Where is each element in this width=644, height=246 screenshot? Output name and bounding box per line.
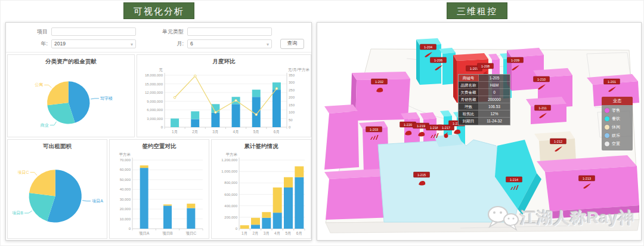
rentable-area-pie-chart: 项目A项目B项目C <box>8 150 107 238</box>
month-label: 月: <box>149 40 184 48</box>
project-input[interactable] <box>51 27 136 36</box>
svg-text:1-220: 1-220 <box>404 123 412 127</box>
svg-text:1-215: 1-215 <box>417 173 426 177</box>
filter-form: 项目 单元类型 年: 2019 ▾ 月: 6 ▾ 查询 <box>6 23 311 53</box>
svg-text:350: 350 <box>289 73 295 77</box>
right-panel-title: 三维租控 <box>447 2 507 19</box>
svg-text:1,000,000: 1,000,000 <box>221 170 237 173</box>
wechat-icon <box>487 204 520 232</box>
signed-vacant-bar-chart: 010,00020,00030,00040,00050,00060,00070,… <box>110 150 209 238</box>
svg-text:3月: 3月 <box>212 130 218 134</box>
legend-color-dot <box>605 142 609 146</box>
tooltip-value: 1-205 <box>479 75 510 82</box>
svg-text:写字楼: 写字楼 <box>100 96 113 101</box>
svg-text:300: 300 <box>289 81 295 84</box>
svg-text:6,000,000: 6,000,000 <box>147 108 163 112</box>
svg-text:400,000: 400,000 <box>224 204 237 208</box>
svg-text:3月: 3月 <box>264 231 270 236</box>
svg-text:1月: 1月 <box>172 130 178 134</box>
signed-vacant-card: 签约空置对比 010,00020,00030,00040,00050,00060… <box>109 139 209 239</box>
svg-text:1-214: 1-214 <box>510 178 518 182</box>
svg-text:项目C: 项目C <box>185 231 196 235</box>
legend-item[interactable]: 休闲 <box>605 124 630 130</box>
tooltip-value: 12% <box>479 110 510 118</box>
svg-text:2月: 2月 <box>192 130 198 134</box>
chart-title: 可出租面积 <box>8 140 107 150</box>
tooltip-row: 到期日11-24-32 <box>459 118 510 125</box>
svg-text:0: 0 <box>129 227 131 230</box>
year-label: 年: <box>13 40 48 48</box>
svg-text:6月: 6月 <box>274 130 280 134</box>
cumulative-signing-bar-chart: 0200,000400,000600,000800,0001,000,0001,… <box>212 150 311 238</box>
svg-text:800,000: 800,000 <box>224 181 237 184</box>
svg-text:1-217: 1-217 <box>442 126 450 130</box>
svg-text:项目A: 项目A <box>139 231 150 235</box>
svg-text:5月: 5月 <box>285 231 291 236</box>
svg-text:2月: 2月 <box>252 231 258 236</box>
rentable-area-card: 可出租面积 项目A项目B项目C <box>7 139 107 239</box>
map-block-vacant[interactable] <box>534 131 576 164</box>
svg-text:250: 250 <box>289 88 295 92</box>
legend-label: 零售 <box>612 107 620 113</box>
unit-type-input[interactable] <box>187 27 272 36</box>
unit-type-label: 单元类型 <box>149 28 184 36</box>
cumulative-signing-card: 累计签约情况 0200,000400,000600,000800,0001,00… <box>211 139 311 239</box>
chart-title: 月度环比 <box>137 55 311 66</box>
svg-text:1-209: 1-209 <box>511 59 519 62</box>
svg-text:3,000,000: 3,000,000 <box>147 117 163 121</box>
dashboard: 可视化分析 三维租控 项目 单元类型 年: 2019 ▾ 月: 6 <box>0 0 644 246</box>
svg-text:1-219: 1-219 <box>417 124 425 128</box>
svg-text:200: 200 <box>289 96 295 99</box>
svg-text:商业: 商业 <box>40 123 49 127</box>
rent-contribution-pie-chart: 写字楼商业公寓 <box>8 66 134 137</box>
svg-text:200,000: 200,000 <box>224 216 237 219</box>
svg-text:150: 150 <box>289 103 295 107</box>
watermark-text: 江湖人称Ray神 <box>520 207 635 229</box>
month-select[interactable]: 6 ▾ <box>187 39 272 48</box>
legend-color-dot <box>605 133 609 138</box>
map-legend: 业态 零售餐饮休闲娱乐空置 <box>602 97 633 150</box>
tooltip-row: 欠费金额0 <box>459 89 510 96</box>
svg-text:元/月/平方米: 元/月/平方米 <box>288 67 310 72</box>
svg-text:50: 50 <box>289 118 293 122</box>
year-select[interactable]: 2019 ▾ <box>51 39 136 48</box>
legend-color-dot <box>605 108 609 113</box>
tooltip-label: 坪效 <box>459 103 479 110</box>
watermark: 江湖人称Ray神 <box>487 204 635 232</box>
svg-text:12,000,000: 12,000,000 <box>145 91 163 94</box>
legend-label: 娱乐 <box>612 133 620 139</box>
svg-text:1-218: 1-218 <box>430 126 438 130</box>
svg-text:0: 0 <box>289 125 291 129</box>
legend-color-dot <box>605 116 609 121</box>
svg-text:15,000,000: 15,000,000 <box>145 82 163 86</box>
svg-text:5月: 5月 <box>253 130 259 134</box>
svg-text:1-206: 1-206 <box>434 59 442 62</box>
visual-analysis-panel: 项目 单元类型 年: 2019 ▾ 月: 6 ▾ 查询 <box>5 22 312 241</box>
legend-item[interactable]: 餐饮 <box>605 116 630 122</box>
legend-item[interactable]: 空置 <box>605 141 630 147</box>
svg-text:60,000: 60,000 <box>120 168 131 171</box>
search-button[interactable]: 查询 <box>280 39 304 49</box>
svg-text:18,000,000: 18,000,000 <box>145 73 163 77</box>
tooltip-row: 租售比12% <box>459 110 510 118</box>
svg-text:平方米: 平方米 <box>226 152 238 157</box>
svg-text:项目C: 项目C <box>18 170 29 175</box>
svg-text:70,000: 70,000 <box>120 158 131 162</box>
svg-text:20,000: 20,000 <box>120 207 131 211</box>
svg-text:9,000,000: 9,000,000 <box>147 100 163 103</box>
rent-contribution-card: 分类资产的租金贡献 写字楼商业公寓 <box>7 54 135 137</box>
legend-label: 休闲 <box>612 124 620 130</box>
tooltip-value: 11-24-32 <box>479 118 510 125</box>
svg-text:10,000: 10,000 <box>120 217 131 221</box>
tooltip-label: 欠费金额 <box>459 89 479 96</box>
svg-text:0: 0 <box>161 125 163 129</box>
tooltip-label: 到期日 <box>459 118 479 125</box>
legend-item[interactable]: 零售 <box>605 107 630 113</box>
monthly-comparison-card: 月度环比 03,000,0006,000,0009,000,00012,000,… <box>137 54 311 137</box>
svg-text:1-212: 1-212 <box>554 140 562 143</box>
legend-item[interactable]: 娱乐 <box>605 133 630 139</box>
chevron-down-icon: ▾ <box>131 41 133 48</box>
svg-text:1-203: 1-203 <box>370 128 378 131</box>
tooltip-label: 品牌名称 <box>459 82 479 88</box>
tooltip-label: 租售比 <box>459 110 479 117</box>
